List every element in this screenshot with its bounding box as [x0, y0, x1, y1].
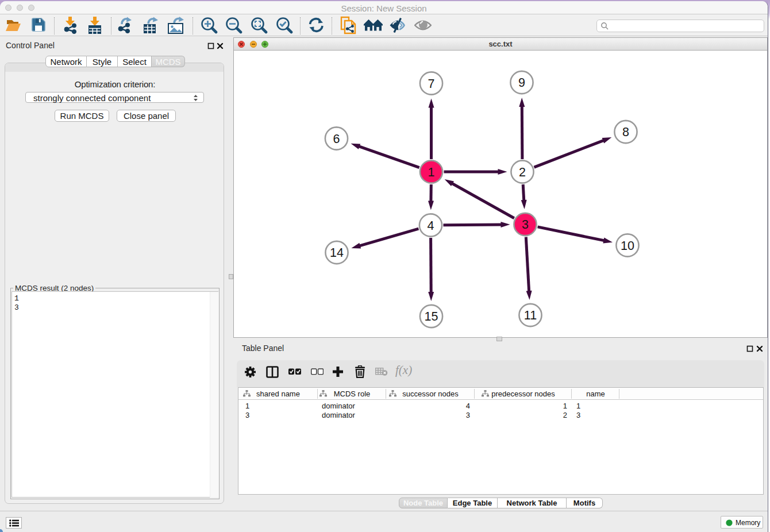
svg-text:2: 2: [519, 165, 526, 179]
svg-text:10: 10: [621, 239, 634, 253]
svg-text:1: 1: [428, 165, 435, 179]
svg-text:9: 9: [518, 76, 525, 90]
svg-text:6: 6: [333, 132, 340, 146]
svg-text:15: 15: [425, 310, 438, 323]
svg-text:8: 8: [622, 125, 629, 139]
svg-text:14: 14: [330, 246, 344, 260]
svg-text:3: 3: [522, 218, 529, 232]
svg-text:11: 11: [524, 309, 537, 322]
svg-text:4: 4: [428, 219, 434, 233]
svg-text:7: 7: [428, 77, 435, 91]
